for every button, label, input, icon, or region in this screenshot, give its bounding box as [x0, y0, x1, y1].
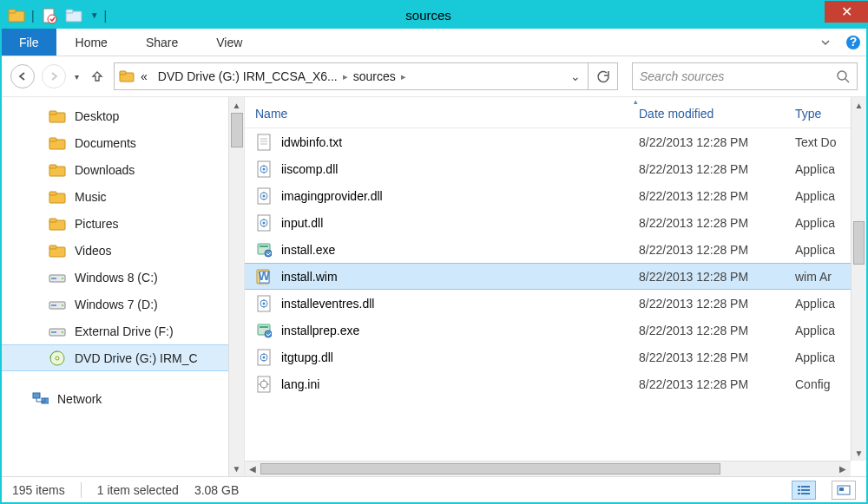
svg-point-46 — [263, 167, 266, 170]
file-row[interactable]: iiscomp.dll8/22/2013 12:28 PMApplica — [245, 155, 866, 182]
column-date[interactable]: Date modified — [639, 107, 795, 121]
tree-item-label: Windows 8 (C:) — [75, 271, 158, 285]
file-row[interactable]: itgtupg.dll8/22/2013 12:28 PMApplica — [245, 344, 866, 370]
file-row[interactable]: lang.ini8/22/2013 12:28 PMConfig — [245, 370, 866, 397]
tree-item[interactable]: External Drive (F:) — [2, 317, 244, 344]
list-vertical-scrollbar[interactable]: ▲ ▼ — [851, 97, 866, 461]
qat-newfolder-icon[interactable] — [64, 6, 83, 25]
column-name[interactable]: Name — [255, 107, 639, 121]
qat-dropdown-icon[interactable]: ▼ — [89, 10, 99, 20]
tree-item[interactable]: Windows 8 (C:) — [2, 264, 244, 291]
navigation-pane: ▲ ▼ DesktopDocumentsDownloadsMusicPictur… — [2, 97, 245, 476]
file-row[interactable]: Winstall.wim8/22/2013 12:28 PMwim Ar — [245, 263, 866, 290]
tree-item[interactable]: Documents — [2, 129, 244, 156]
svg-point-32 — [62, 331, 63, 333]
chevron-right-icon[interactable]: ▸ — [401, 71, 406, 82]
thumbnails-view-button[interactable] — [832, 481, 856, 500]
svg-rect-13 — [49, 111, 56, 115]
tab-view[interactable]: View — [197, 29, 261, 56]
folder-icon — [49, 242, 66, 259]
svg-rect-17 — [49, 165, 56, 168]
qat-properties-icon[interactable] — [40, 6, 59, 25]
svg-rect-80 — [798, 486, 800, 488]
up-button[interactable] — [88, 64, 107, 88]
dll-file-icon — [255, 214, 273, 232]
svg-rect-40 — [258, 134, 270, 150]
scroll-right-icon[interactable]: ▶ — [835, 464, 851, 474]
ribbon-expand-icon[interactable] — [819, 29, 832, 56]
ribbon: File Home Share View ? — [2, 29, 866, 56]
recent-locations-icon[interactable]: ▾ — [73, 72, 81, 82]
details-view-button[interactable] — [792, 481, 816, 500]
folder-app-icon — [7, 6, 26, 25]
file-row[interactable]: install.exe8/22/2013 12:28 PMApplica — [245, 236, 866, 263]
folder-icon — [49, 108, 66, 125]
search-icon[interactable] — [836, 69, 850, 83]
svg-point-26 — [62, 278, 63, 279]
file-row[interactable]: imagingprovider.dll8/22/2013 12:28 PMApp… — [245, 182, 866, 209]
file-row[interactable]: installeventres.dll8/22/2013 12:28 PMApp… — [245, 290, 866, 317]
svg-text:W: W — [258, 269, 270, 283]
ini-file-icon — [255, 376, 273, 393]
file-row[interactable]: input.dll8/22/2013 12:28 PMApplica — [245, 209, 866, 236]
tree-item[interactable]: DVD Drive (G:) IRM_C — [2, 344, 244, 371]
file-name: iiscomp.dll — [281, 162, 338, 176]
search-input[interactable] — [640, 69, 836, 83]
tree-item[interactable]: Windows 7 (D:) — [2, 291, 244, 317]
address-dropdown-icon[interactable]: ⌄ — [563, 69, 588, 83]
scroll-down-icon[interactable]: ▼ — [233, 461, 241, 476]
svg-point-51 — [263, 194, 266, 197]
drive-icon — [49, 269, 66, 286]
exe-file-icon — [255, 322, 273, 339]
svg-rect-71 — [260, 326, 268, 328]
tree-item-label: Desktop — [75, 109, 119, 123]
svg-rect-19 — [49, 192, 56, 195]
search-box[interactable] — [632, 62, 858, 90]
svg-point-29 — [62, 304, 63, 306]
scroll-down-icon[interactable]: ▼ — [855, 445, 864, 461]
svg-rect-82 — [798, 489, 800, 491]
tree-item[interactable]: Videos — [2, 237, 244, 264]
svg-rect-87 — [839, 488, 844, 491]
forward-button[interactable] — [42, 64, 66, 88]
file-row[interactable]: installprep.exe8/22/2013 12:28 PMApplica — [245, 317, 866, 344]
maximize-button[interactable] — [785, 4, 825, 26]
tree-item-label: Documents — [75, 136, 136, 150]
tab-share[interactable]: Share — [127, 29, 197, 56]
back-button[interactable] — [10, 64, 35, 88]
refresh-button[interactable] — [589, 62, 618, 90]
file-date: 8/22/2013 12:28 PM — [639, 216, 795, 230]
file-row[interactable]: idwbinfo.txt8/22/2013 12:28 PMText Do — [245, 128, 866, 155]
file-name: idwbinfo.txt — [281, 135, 342, 149]
dll-file-icon — [255, 160, 273, 178]
exe-file-icon — [255, 241, 273, 259]
file-name: installprep.exe — [281, 324, 359, 337]
minimize-button[interactable] — [745, 4, 785, 26]
folder-icon — [49, 161, 66, 179]
file-date: 8/22/2013 12:28 PM — [639, 243, 795, 257]
dvd-icon — [49, 350, 66, 367]
file-name: input.dll — [281, 216, 323, 230]
tree-item-label: Downloads — [75, 163, 135, 177]
breadcrumb-prefix: « — [135, 69, 153, 83]
breadcrumb-drive[interactable]: DVD Drive (G:) IRM_CCSA_X6... — [153, 69, 343, 83]
close-button[interactable]: ✕ — [825, 1, 868, 23]
breadcrumb-folder[interactable]: sources — [348, 69, 401, 83]
file-tab[interactable]: File — [2, 29, 56, 56]
column-type[interactable]: Type — [795, 107, 851, 121]
scroll-up-icon[interactable]: ▲ — [233, 97, 241, 113]
list-horizontal-scrollbar[interactable]: ◀ ▶ — [245, 461, 851, 476]
tree-scrollbar[interactable]: ▲ ▼ — [228, 97, 244, 476]
tree-item[interactable]: Pictures — [2, 210, 244, 237]
tab-home[interactable]: Home — [56, 29, 127, 56]
tree-item[interactable]: Music — [2, 183, 244, 210]
help-icon[interactable]: ? — [840, 29, 866, 56]
tree-item-network[interactable]: Network — [2, 385, 244, 412]
tree-item[interactable]: Desktop — [2, 102, 244, 129]
folder-icon — [49, 215, 66, 232]
scroll-left-icon[interactable]: ◀ — [245, 464, 260, 474]
tree-item[interactable]: Downloads — [2, 156, 244, 183]
dll-file-icon — [255, 349, 273, 366]
address-bar[interactable]: « DVD Drive (G:) IRM_CCSA_X6... ▸ source… — [114, 62, 589, 90]
scroll-up-icon[interactable]: ▲ — [855, 97, 864, 113]
